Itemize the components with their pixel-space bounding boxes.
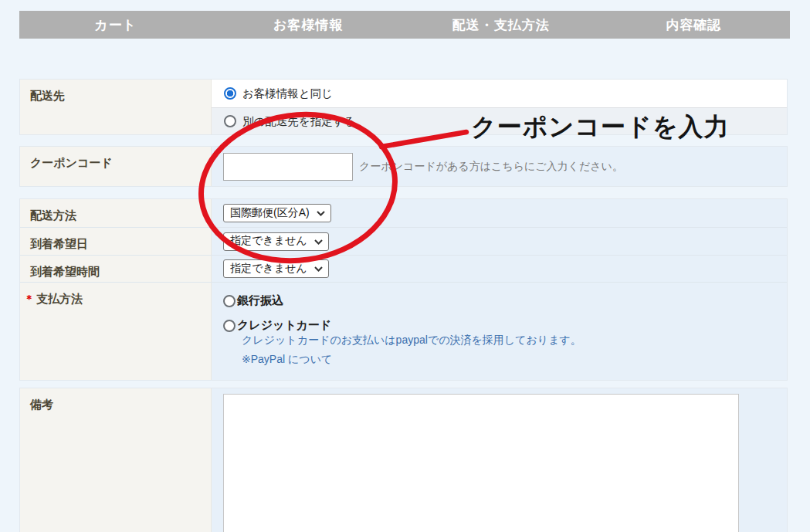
payment-method-label-text: 支払方法	[36, 292, 83, 305]
shipping-destination-label: 配送先	[20, 80, 212, 134]
arrival-time-label: 到着希望時間	[20, 256, 212, 282]
chevron-down-icon	[314, 239, 323, 245]
arrival-time-value: 指定できません	[230, 262, 307, 276]
arrival-time-select[interactable]: 指定できません	[223, 259, 329, 278]
remarks-label: 備考	[20, 388, 212, 532]
step-shipping-payment: 配送・支払方法	[405, 16, 598, 34]
payment-bank-option[interactable]: 銀行振込	[223, 293, 787, 308]
radio-unchecked-icon[interactable]	[223, 295, 236, 307]
shipping-method-select[interactable]: 国際郵便(区分A)	[223, 204, 331, 222]
radio-checked-icon[interactable]	[224, 87, 236, 100]
chevron-down-icon	[314, 266, 323, 272]
payment-credit-option[interactable]: クレジットカード	[223, 318, 787, 333]
remarks-section: 備考	[19, 388, 788, 532]
coupon-help-text: クーポンコードがある方はこちらにご入力ください。	[359, 160, 623, 174]
shipping-destination-section: 配送先 お客様情報と同じ 別の配送先を指定する	[19, 79, 788, 135]
required-asterisk: ＊	[24, 293, 35, 305]
shipping-method-value: 国際郵便(区分A)	[230, 206, 310, 220]
payment-method-label: ＊支払方法	[20, 283, 212, 380]
radio-unchecked-icon[interactable]	[223, 320, 236, 332]
step-confirm: 内容確認	[598, 16, 791, 34]
shipto-same-label[interactable]: お客様情報と同じ	[242, 86, 333, 101]
checkout-step-bar: カート お客様情報 配送・支払方法 内容確認	[19, 11, 790, 39]
coupon-input[interactable]	[223, 153, 353, 181]
step-customer-info: お客様情報	[212, 16, 405, 34]
arrival-date-value: 指定できません	[230, 234, 307, 248]
step-cart: カート	[19, 16, 212, 34]
method-section: 配送方法 国際郵便(区分A) 到着希望日 指定できません 到着希望時間 指定でき…	[19, 198, 788, 381]
remarks-textarea[interactable]	[223, 394, 739, 532]
chevron-down-icon	[317, 211, 325, 216]
paypal-about-link[interactable]: ※PayPal について	[242, 353, 787, 367]
shipping-method-label: 配送方法	[20, 199, 212, 227]
paypal-note: クレジットカードのお支払いはpaypalでの決済を採用しております。	[242, 334, 787, 347]
arrival-date-label: 到着希望日	[20, 228, 212, 255]
coupon-label: クーポンコード	[20, 147, 212, 186]
coupon-section: クーポンコード クーポンコードがある方はこちらにご入力ください。	[19, 146, 788, 187]
radio-unchecked-icon[interactable]	[224, 115, 236, 127]
payment-credit-label[interactable]: クレジットカード	[237, 318, 331, 333]
shipto-other-label[interactable]: 別の配送先を指定する	[242, 114, 355, 129]
payment-bank-label[interactable]: 銀行振込	[237, 293, 283, 308]
arrival-date-select[interactable]: 指定できません	[223, 232, 329, 251]
shipto-same-option[interactable]: お客様情報と同じ	[212, 80, 787, 107]
shipto-other-option[interactable]: 別の配送先を指定する	[212, 107, 787, 134]
